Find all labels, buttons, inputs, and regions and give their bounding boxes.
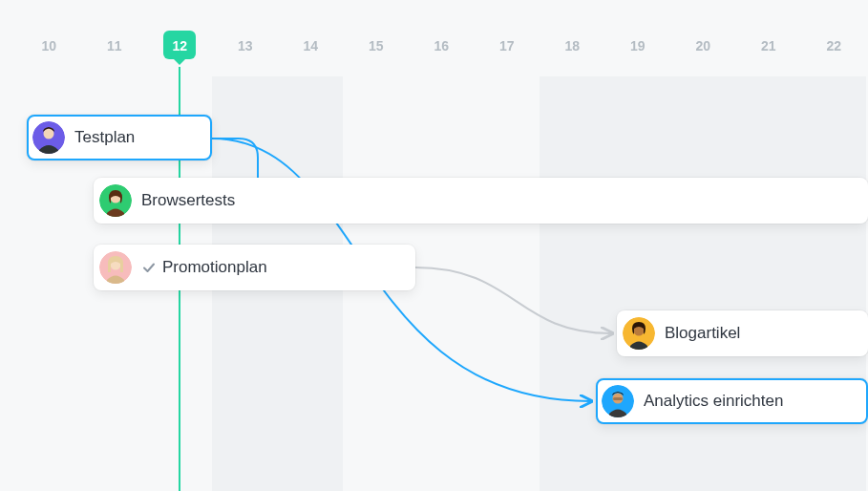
task-card-browsertests[interactable]: Browsertests bbox=[94, 178, 868, 224]
task-label: Testplan bbox=[74, 128, 135, 147]
check-icon bbox=[141, 260, 157, 275]
svg-point-1 bbox=[44, 129, 54, 139]
timeline-day-label: 19 bbox=[630, 38, 646, 53]
timeline-day-label: 12 bbox=[172, 38, 187, 53]
timeline-day-label: 15 bbox=[369, 38, 384, 53]
timeline-day[interactable]: 15 bbox=[344, 38, 410, 67]
timeline-day[interactable]: 16 bbox=[409, 38, 475, 67]
task-card-testplan[interactable]: Testplan bbox=[27, 115, 212, 160]
timeline-day-selected[interactable]: 12 bbox=[147, 38, 213, 67]
timeline-day-label: 20 bbox=[695, 38, 710, 53]
avatar bbox=[99, 184, 132, 217]
timeline-day[interactable]: 20 bbox=[670, 38, 736, 67]
avatar bbox=[623, 317, 655, 350]
task-label: Browsertests bbox=[141, 191, 235, 210]
timeline-column-shade bbox=[735, 76, 801, 491]
avatar bbox=[602, 385, 634, 417]
task-label: Blogartikel bbox=[665, 324, 740, 343]
timeline-day-label: 18 bbox=[564, 38, 580, 53]
timeline-day[interactable]: 14 bbox=[278, 38, 344, 67]
timeline-day[interactable]: 13 bbox=[213, 38, 279, 67]
timeline-day[interactable]: 18 bbox=[540, 38, 605, 67]
timeline-column-shade bbox=[540, 76, 605, 491]
avatar bbox=[99, 251, 132, 284]
timeline-day[interactable]: 17 bbox=[475, 38, 540, 67]
timeline-day[interactable]: 19 bbox=[605, 38, 671, 67]
timeline-day-label: 13 bbox=[238, 38, 253, 53]
timeline-day-label: 17 bbox=[499, 38, 515, 53]
timeline-day[interactable]: 21 bbox=[736, 38, 802, 67]
timeline-column-shade bbox=[604, 76, 670, 491]
task-card-blogartikel[interactable]: Blogartikel bbox=[617, 310, 868, 356]
timeline-day-label: 21 bbox=[761, 38, 776, 53]
task-label: Promotionplan bbox=[162, 258, 267, 277]
timeline-day-label: 11 bbox=[107, 38, 122, 53]
timeline-day-label: 10 bbox=[41, 38, 56, 53]
avatar bbox=[32, 121, 65, 154]
task-card-promotionplan[interactable]: Promotionplan bbox=[94, 245, 415, 290]
task-label: Analytics einrichten bbox=[644, 392, 783, 411]
timeline-column-shade bbox=[670, 76, 736, 491]
timeline-day-label: 14 bbox=[303, 38, 318, 53]
task-card-analytics[interactable]: Analytics einrichten bbox=[596, 378, 868, 424]
svg-rect-10 bbox=[613, 397, 623, 400]
timeline-day-label: 22 bbox=[826, 38, 841, 53]
timeline-day[interactable]: 10 bbox=[16, 38, 82, 67]
timeline-column-shade bbox=[801, 76, 867, 491]
timeline-day[interactable]: 22 bbox=[801, 38, 867, 67]
timeline-day[interactable]: 11 bbox=[82, 38, 148, 67]
timeline-day-label: 16 bbox=[434, 38, 449, 53]
timeline-header: 10 11 12 13 14 15 16 17 18 19 20 21 22 bbox=[16, 38, 868, 67]
